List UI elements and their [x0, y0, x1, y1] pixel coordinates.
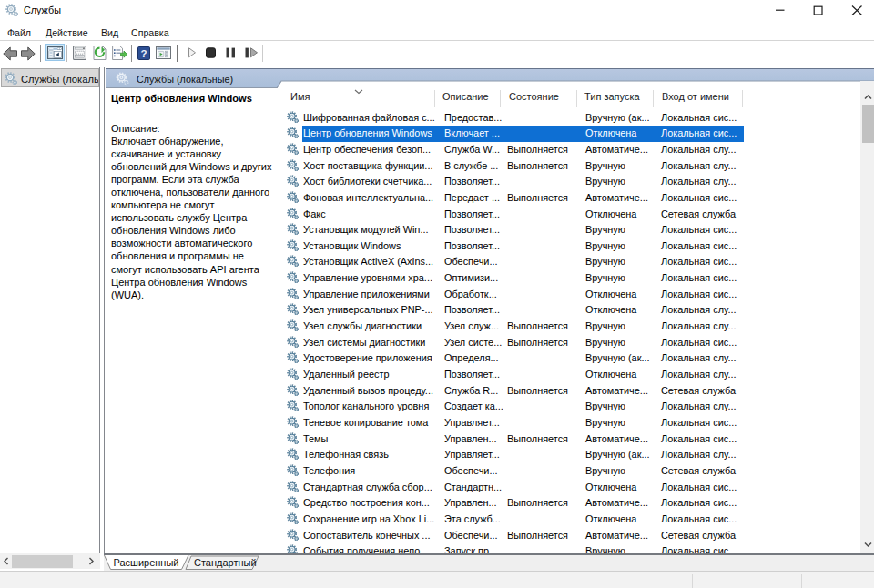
svg-text:Расширенный: Расширенный	[114, 557, 179, 568]
svg-text:Стандартный: Стандартный	[194, 557, 257, 568]
svg-text:?: ?	[140, 47, 147, 58]
